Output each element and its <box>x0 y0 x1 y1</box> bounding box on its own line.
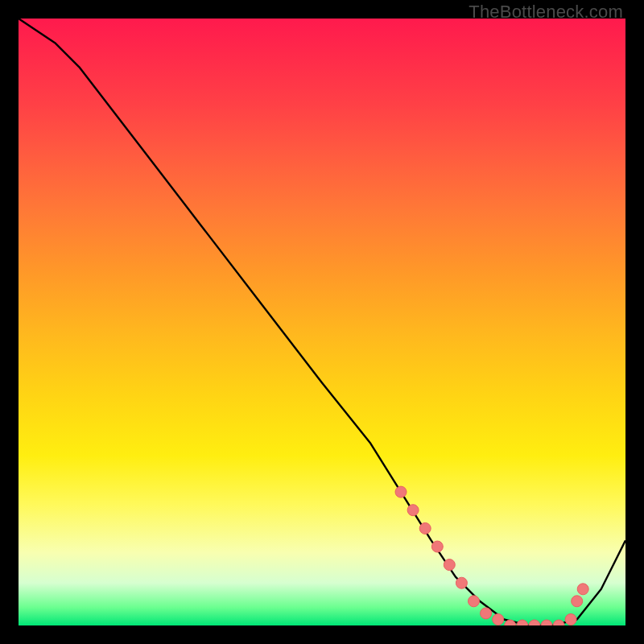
bottleneck-curve <box>19 19 625 625</box>
valley-marker <box>517 620 528 625</box>
valley-marker <box>444 559 455 571</box>
valley-marker <box>419 522 431 534</box>
chart-frame: TheBottleneck.com <box>0 0 644 644</box>
valley-marker <box>577 584 588 595</box>
curve-layer <box>19 19 625 625</box>
valley-marker <box>565 614 576 625</box>
plot-area <box>19 19 625 625</box>
valley-marker <box>407 505 419 516</box>
valley-marker <box>541 620 552 625</box>
valley-marker <box>572 596 583 607</box>
valley-marker <box>456 577 467 588</box>
valley-marker <box>431 541 443 552</box>
watermark-text: TheBottleneck.com <box>469 2 623 23</box>
chart-svg <box>19 19 625 625</box>
valley-marker <box>493 614 504 625</box>
marker-layer <box>395 486 588 625</box>
valley-marker <box>529 620 540 625</box>
valley-marker <box>395 486 407 497</box>
valley-marker <box>469 596 480 607</box>
valley-marker <box>481 608 492 619</box>
valley-marker <box>553 620 564 625</box>
